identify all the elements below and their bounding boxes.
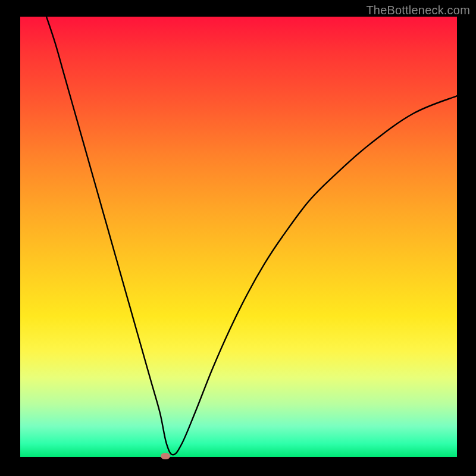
- optimal-point-marker: [161, 453, 170, 459]
- bottleneck-curve: [46, 17, 457, 455]
- curve-svg: [20, 17, 457, 457]
- watermark-text: TheBottleneck.com: [366, 4, 470, 17]
- chart-plot-area: [20, 17, 457, 457]
